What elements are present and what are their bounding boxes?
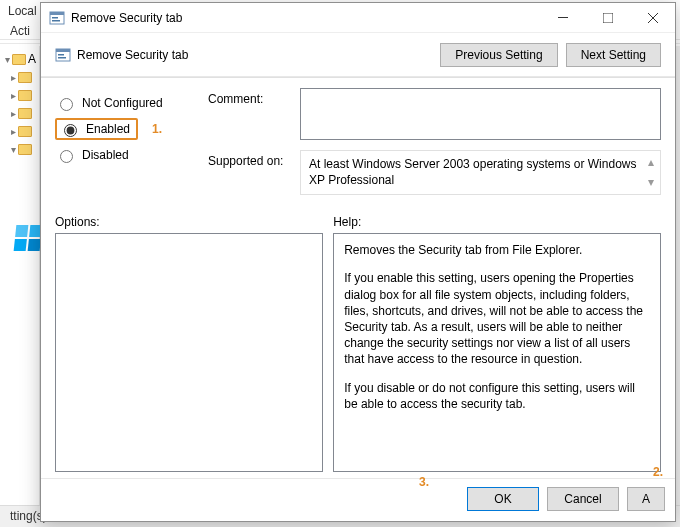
policy-icon (55, 47, 71, 63)
folder-icon (18, 72, 32, 83)
svg-rect-9 (56, 49, 70, 52)
previous-setting-button[interactable]: Previous Setting (440, 43, 557, 67)
tree-node[interactable]: ▸ (0, 68, 39, 86)
minimize-icon (558, 13, 568, 23)
svg-rect-11 (58, 57, 66, 59)
toolbar: Remove Security tab Previous Setting Nex… (41, 33, 675, 77)
radio-enabled[interactable]: Enabled (59, 121, 130, 137)
help-p1: Removes the Security tab from File Explo… (344, 242, 650, 258)
folder-icon (18, 90, 32, 101)
folder-icon (18, 108, 32, 119)
radio-label: Not Configured (82, 96, 163, 110)
apply-button[interactable]: A (627, 487, 665, 511)
radio-not-configured[interactable]: Not Configured (55, 90, 190, 116)
comment-label: Comment: (208, 88, 300, 106)
chevron-right-icon: ▸ (8, 90, 18, 101)
radio-label: Enabled (86, 122, 130, 136)
dialog-title: Remove Security tab (71, 11, 540, 25)
folder-icon (12, 54, 26, 65)
radio-disabled-input[interactable] (60, 150, 73, 163)
svg-rect-10 (58, 54, 64, 56)
help-panel[interactable]: Removes the Security tab from File Explo… (333, 233, 661, 472)
annotation-2: 2. (653, 465, 663, 479)
supported-label: Supported on: (208, 150, 300, 168)
tree-node-label: A (28, 52, 36, 66)
folder-icon (18, 144, 32, 155)
highlight-enabled: Enabled (55, 118, 138, 140)
help-label: Help: (333, 215, 661, 229)
tree-node[interactable]: ▸ (0, 86, 39, 104)
close-icon (648, 13, 658, 23)
chevron-right-icon: ▸ (8, 72, 18, 83)
annotation-3: 3. (419, 475, 429, 489)
dialog-body: Not Configured Enabled 1. Disabled (41, 78, 675, 478)
close-button[interactable] (630, 4, 675, 32)
radio-disabled[interactable]: Disabled (55, 142, 190, 168)
supported-on-box: At least Windows Server 2003 operating s… (300, 150, 661, 195)
tree-node[interactable]: ▸ (0, 104, 39, 122)
comment-textarea[interactable] (300, 88, 661, 140)
radio-not-configured-input[interactable] (60, 98, 73, 111)
chevron-down-icon: ▾ (8, 144, 18, 155)
radio-enabled-input[interactable] (64, 124, 77, 137)
tree-node[interactable]: ▸ (0, 122, 39, 140)
ok-button[interactable]: OK (467, 487, 539, 511)
state-radio-group: Not Configured Enabled 1. Disabled (55, 88, 190, 205)
options-label: Options: (55, 215, 323, 229)
tree-sidebar[interactable]: ▾ A ▸ ▸ ▸ ▸ ▾ (0, 46, 40, 506)
radio-label: Disabled (82, 148, 129, 162)
dialog-footer: OK Cancel A (41, 478, 675, 518)
maximize-icon (603, 13, 613, 23)
titlebar[interactable]: Remove Security tab (41, 3, 675, 33)
next-setting-button[interactable]: Next Setting (566, 43, 661, 67)
options-panel[interactable] (55, 233, 323, 472)
svg-rect-4 (558, 17, 568, 18)
chevron-right-icon: ▸ (8, 126, 18, 137)
svg-rect-3 (52, 20, 60, 22)
policy-icon (49, 10, 65, 26)
svg-rect-5 (603, 13, 613, 23)
annotation-1: 1. (152, 122, 162, 136)
bg-menu-text: Acti (10, 24, 30, 38)
header-title: Remove Security tab (77, 48, 188, 62)
help-p3: If you disable or do not configure this … (344, 380, 650, 412)
maximize-button[interactable] (585, 4, 630, 32)
cancel-button[interactable]: Cancel (547, 487, 619, 511)
spinner-icon[interactable]: ▴▾ (646, 155, 656, 190)
folder-icon (18, 126, 32, 137)
policy-dialog: Remove Security tab Remove Security tab … (40, 2, 676, 522)
tree-node[interactable]: ▾ (0, 140, 39, 158)
minimize-button[interactable] (540, 4, 585, 32)
help-p2: If you enable this setting, users openin… (344, 270, 650, 367)
svg-rect-1 (50, 12, 64, 15)
chevron-right-icon: ▸ (8, 108, 18, 119)
chevron-down-icon: ▾ (2, 54, 12, 65)
tree-node-root[interactable]: ▾ A (0, 50, 39, 68)
svg-rect-2 (52, 17, 58, 19)
supported-on-text: At least Windows Server 2003 operating s… (309, 157, 636, 187)
watermark-logo-icon (14, 225, 43, 251)
